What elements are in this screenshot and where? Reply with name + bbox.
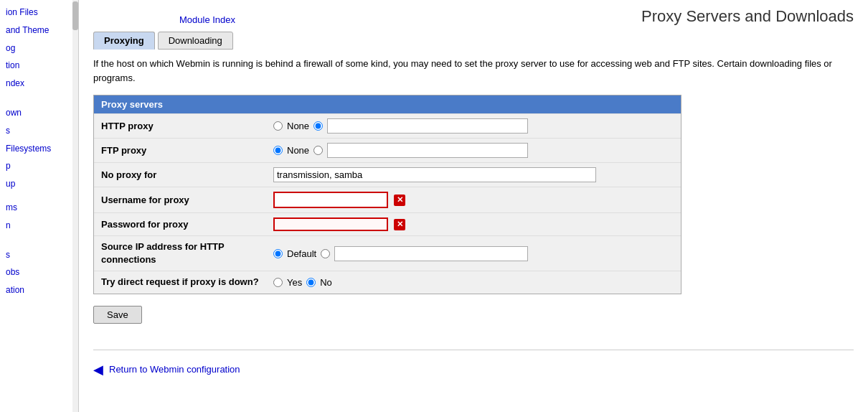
proxy-servers-section: Proxy servers HTTP proxy None FTP proxy … bbox=[93, 95, 681, 294]
return-link[interactable]: Return to Webmin configuration bbox=[109, 364, 240, 375]
try-direct-row: Try direct request if proxy is down? Yes… bbox=[94, 271, 681, 293]
sidebar-item-og[interactable]: og bbox=[0, 39, 78, 57]
try-direct-no-label: No bbox=[320, 277, 332, 288]
http-proxy-none-label: None bbox=[287, 121, 309, 131]
description-text: If the host on which Webmin is running i… bbox=[93, 57, 854, 85]
sidebar-item-own[interactable]: own bbox=[0, 104, 78, 122]
return-arrow-icon: ◀ bbox=[93, 362, 103, 378]
no-proxy-row: No proxy for bbox=[94, 162, 681, 187]
http-proxy-label: HTTP proxy bbox=[101, 121, 273, 131]
username-proxy-control: ✕ bbox=[273, 192, 674, 208]
sidebar-item-s[interactable]: s bbox=[0, 122, 78, 140]
http-proxy-control: None bbox=[273, 118, 674, 134]
sidebar-item-up[interactable]: up bbox=[0, 175, 78, 193]
ftp-proxy-none-label: None bbox=[287, 145, 309, 156]
username-proxy-input[interactable] bbox=[273, 192, 388, 208]
sidebar-item-and-theme[interactable]: and Theme bbox=[0, 22, 78, 39]
http-proxy-row: HTTP proxy None bbox=[94, 113, 681, 138]
page-wrapper: ion Files and Theme og tion ndex own s F… bbox=[0, 0, 868, 412]
password-proxy-control: ✕ bbox=[273, 217, 674, 231]
no-proxy-control bbox=[273, 167, 674, 182]
no-proxy-label: No proxy for bbox=[101, 169, 273, 180]
username-clear-icon[interactable]: ✕ bbox=[394, 195, 405, 206]
sidebar-item-ndex[interactable]: ndex bbox=[0, 75, 78, 93]
tabs-row: Proxying Downloading bbox=[93, 32, 854, 50]
ftp-proxy-label: FTP proxy bbox=[101, 145, 273, 156]
source-ip-radio-default[interactable] bbox=[273, 249, 283, 258]
http-proxy-radio-server[interactable] bbox=[313, 121, 323, 131]
username-proxy-label: Username for proxy bbox=[101, 195, 273, 205]
password-clear-icon[interactable]: ✕ bbox=[394, 219, 405, 230]
sidebar-scrollbar[interactable] bbox=[72, 0, 78, 412]
sidebar-item-tion[interactable]: tion bbox=[0, 57, 78, 75]
try-direct-yes-label: Yes bbox=[287, 277, 302, 288]
ftp-proxy-row: FTP proxy None bbox=[94, 138, 681, 162]
sidebar-item-obs[interactable]: obs bbox=[0, 263, 78, 281]
http-proxy-radio-none[interactable] bbox=[273, 121, 283, 131]
sidebar-item-filesystems[interactable]: Filesystems bbox=[0, 140, 78, 158]
module-index-link[interactable]: Module Index bbox=[179, 14, 235, 25]
sidebar: ion Files and Theme og tion ndex own s F… bbox=[0, 0, 79, 412]
username-proxy-row: Username for proxy ✕ bbox=[94, 187, 681, 212]
source-ip-input[interactable] bbox=[334, 246, 528, 261]
source-ip-radio-custom[interactable] bbox=[321, 249, 330, 258]
sidebar-scrollbar-thumb bbox=[72, 1, 78, 30]
sidebar-item-ion-files[interactable]: ion Files bbox=[0, 4, 78, 22]
save-button[interactable]: Save bbox=[93, 306, 142, 324]
ftp-proxy-input[interactable] bbox=[327, 143, 528, 158]
source-ip-control: Default bbox=[273, 246, 674, 261]
try-direct-label: Try direct request if proxy is down? bbox=[101, 276, 273, 289]
http-proxy-input[interactable] bbox=[327, 118, 528, 134]
ftp-proxy-radio-none[interactable] bbox=[273, 146, 283, 155]
try-direct-radio-yes[interactable] bbox=[273, 278, 283, 287]
try-direct-radio-no[interactable] bbox=[306, 278, 316, 287]
source-ip-default-label: Default bbox=[287, 248, 316, 259]
tab-downloading[interactable]: Downloading bbox=[158, 32, 233, 50]
password-proxy-input[interactable] bbox=[273, 217, 388, 231]
proxy-section-header: Proxy servers bbox=[94, 95, 681, 113]
sidebar-item-n[interactable]: n bbox=[0, 217, 78, 235]
no-proxy-input[interactable] bbox=[273, 167, 596, 182]
return-link-row: ◀ Return to Webmin configuration bbox=[93, 350, 854, 378]
sidebar-item-ms[interactable]: ms bbox=[0, 199, 78, 217]
try-direct-control: Yes No bbox=[273, 277, 674, 288]
sidebar-item-s2[interactable]: s bbox=[0, 246, 78, 264]
password-proxy-row: Password for proxy ✕ bbox=[94, 212, 681, 235]
sidebar-item-ation[interactable]: ation bbox=[0, 281, 78, 299]
password-proxy-label: Password for proxy bbox=[101, 219, 273, 230]
source-ip-row: Source IP address for HTTP connections D… bbox=[94, 235, 681, 271]
source-ip-label: Source IP address for HTTP connections bbox=[101, 240, 273, 266]
sidebar-item-p[interactable]: p bbox=[0, 157, 78, 175]
ftp-proxy-control: None bbox=[273, 143, 674, 158]
tab-proxying[interactable]: Proxying bbox=[93, 32, 155, 50]
ftp-proxy-radio-server[interactable] bbox=[313, 146, 323, 155]
main-content: Module Index Proxy Servers and Downloads… bbox=[79, 0, 868, 412]
